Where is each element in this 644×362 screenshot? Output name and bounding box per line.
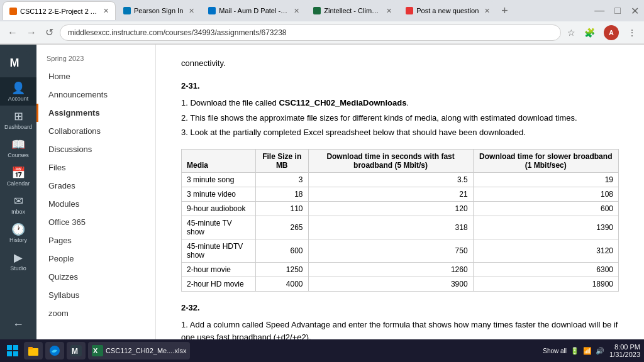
nav-assignments[interactable]: Assignments [36, 104, 155, 122]
taskbar-excel-file[interactable]: X CSC112_CH02_Me....xlsx [88, 342, 190, 359]
table-row: 45-minute TV show2653181390 [182, 216, 619, 239]
table-cell: 3.5 [308, 172, 473, 187]
tab-active[interactable]: CSC112 2-E-Project 2 Analyzing... ✕ [3, 1, 116, 20]
tab-close-btn[interactable]: ✕ [484, 7, 490, 15]
taskbar-canvas-app[interactable]: M [67, 342, 86, 359]
nav-label-history: History [9, 238, 27, 243]
table-row: 45-minute HDTV show6007503120 [182, 239, 619, 262]
nav-pages[interactable]: Pages [36, 231, 155, 250]
table-cell: 3900 [308, 277, 473, 291]
table-cell: 21 [308, 187, 473, 201]
nav-item-history[interactable]: 🕐 History [0, 219, 36, 247]
forward-button[interactable]: → [24, 26, 39, 40]
nav-office365[interactable]: Office 365 [36, 213, 155, 231]
battery-icon: 🔋 [570, 347, 579, 355]
taskbar-file-explorer[interactable] [24, 342, 43, 359]
nav-item-inbox[interactable]: ✉ Inbox [0, 190, 36, 219]
table-cell: 318 [308, 216, 473, 239]
taskbar-excel-label: CSC112_CH02_Me....xlsx [106, 347, 186, 354]
taskbar-edge[interactable] [45, 342, 64, 359]
extensions-button[interactable]: 🧩 [582, 26, 597, 39]
table-cell: 120 [308, 201, 473, 216]
tab-close-btn[interactable]: ✕ [103, 7, 109, 15]
main-content: connectivity. 2-31. 1. Download the file… [156, 45, 644, 362]
col-filesize: File Size in MB [255, 149, 308, 172]
browser-chrome: CSC112 2-E-Project 2 Analyzing... ✕ Pear… [0, 0, 644, 45]
tab-bar: CSC112 2-E-Project 2 Analyzing... ✕ Pear… [0, 0, 644, 21]
show-hidden-btn[interactable]: Show all [543, 348, 567, 354]
nav-item-calendar[interactable]: 📅 Calendar [0, 162, 36, 190]
app-body: M 👤 Account ⊞ Dashboard 📖 Courses 📅 Cale… [0, 45, 644, 362]
prev-icon: ← [13, 318, 24, 331]
tab-pearson[interactable]: Pearson Sign In ✕ [117, 1, 201, 20]
table-cell: 3 minute video [182, 187, 256, 201]
tab-mail[interactable]: Mail - Aum D Patel - Outlook ✕ [202, 1, 306, 20]
nav-grades[interactable]: Grades [36, 177, 155, 195]
table-cell: 110 [255, 201, 308, 216]
nav-item-dashboard[interactable]: ⊞ Dashboard [0, 106, 36, 134]
profile-button[interactable]: A [601, 24, 621, 41]
table-cell: 1390 [473, 216, 618, 239]
table-cell: 265 [255, 216, 308, 239]
tab-close-btn[interactable]: ✕ [294, 7, 299, 15]
nav-label-inbox: Inbox [11, 209, 25, 215]
maximize-button[interactable]: □ [612, 4, 623, 18]
table-row: 3 minute video1821108 [182, 187, 619, 201]
table-cell: 45-minute HDTV show [182, 239, 256, 262]
nav-label-dashboard: Dashboard [4, 124, 32, 130]
address-bar[interactable] [60, 25, 561, 41]
svg-rect-4 [7, 351, 12, 356]
table-cell: 750 [308, 239, 473, 262]
tab-label: Zintellect - Climb Higher [324, 7, 380, 14]
reload-button[interactable]: ↺ [43, 25, 56, 40]
minimize-button[interactable]: — [592, 4, 607, 18]
nav-item-prev[interactable]: ← [0, 314, 36, 335]
history-icon: 🕐 [11, 222, 25, 236]
back-button[interactable]: ← [5, 26, 20, 40]
canvas-logo: M [6, 50, 31, 75]
tab-close-btn[interactable]: ✕ [189, 7, 194, 15]
time-display: 8:00 PM [609, 343, 640, 351]
nav-people[interactable]: People [36, 250, 155, 268]
table-cell: 18 [255, 187, 308, 201]
nav-item-studio[interactable]: ▶ Studio [0, 247, 36, 275]
bookmark-button[interactable]: ☆ [565, 26, 578, 39]
nav-announcements[interactable]: Announcements [36, 85, 155, 104]
nav-collaborations[interactable]: Collaborations [36, 122, 155, 140]
nav-quizzes[interactable]: Quizzes [36, 268, 155, 286]
new-tab-button[interactable]: + [497, 4, 512, 18]
nav-label-courses: Courses [8, 153, 29, 158]
courses-icon: 📖 [11, 138, 25, 151]
nav-home[interactable]: Home [36, 67, 155, 85]
tab-post-question[interactable]: Post a new question ✕ [399, 1, 496, 20]
section-231-line3: 3. Look at the partially completed Excel… [181, 126, 619, 139]
section-231-body: 1. Download the file called CSC112_CH02_… [181, 97, 619, 139]
section-231-header: 2-31. [181, 80, 619, 92]
nav-files[interactable]: Files [36, 158, 155, 177]
nav-modules[interactable]: Modules [36, 195, 155, 213]
menu-button[interactable]: ⋮ [625, 26, 639, 39]
tab-close-btn[interactable]: ✕ [386, 7, 392, 15]
col-fast-broadband: Download time in seconds with fast broad… [308, 149, 473, 172]
table-cell: 108 [473, 187, 618, 201]
account-icon: 👤 [11, 81, 25, 95]
intro-text: connectivity. [181, 57, 619, 70]
tab-zintellect[interactable]: Zintellect - Climb Higher ✕ [307, 1, 398, 20]
wifi-icon: 📶 [583, 347, 592, 355]
table-row: 3 minute song33.519 [182, 172, 619, 187]
table-cell: 6300 [473, 262, 618, 277]
nav-zoom[interactable]: zoom [36, 304, 155, 322]
dashboard-icon: ⊞ [14, 109, 23, 123]
table-cell: 3 minute song [182, 172, 256, 187]
table-cell: 45-minute TV show [182, 216, 256, 239]
nav-item-account[interactable]: 👤 Account [0, 77, 36, 106]
nav-discussions[interactable]: Discussions [36, 140, 155, 158]
nav-item-courses[interactable]: 📖 Courses [0, 134, 36, 162]
content-section: connectivity. 2-31. 1. Download the file… [181, 57, 619, 362]
nav-syllabus[interactable]: Syllabus [36, 286, 155, 304]
close-window-button[interactable]: ✕ [628, 4, 641, 18]
semester-label: Spring 2023 [36, 52, 155, 67]
windows-start-button[interactable] [4, 342, 21, 359]
table-row: 9-hour audiobook110120600 [182, 201, 619, 216]
col-slow-broadband: Download time for slower broadband (1 Mb… [473, 149, 618, 172]
